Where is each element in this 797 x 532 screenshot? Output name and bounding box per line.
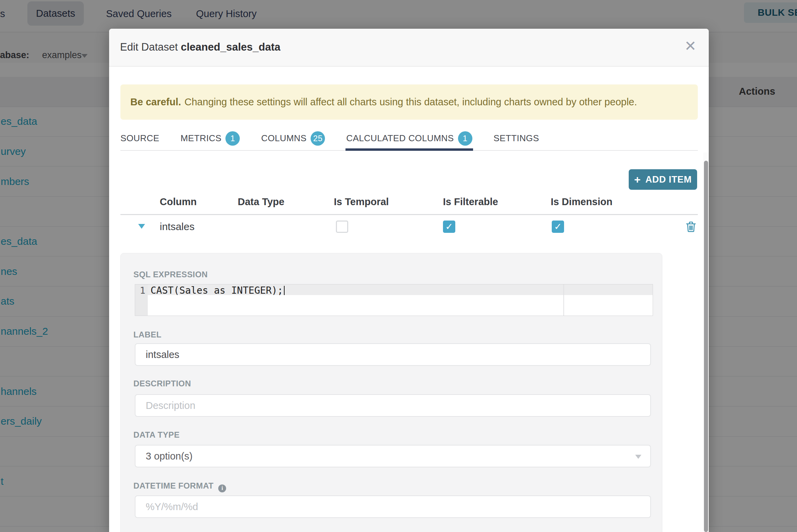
is-temporal-header: Is Temporal (334, 196, 389, 208)
is-dimension-header: Is Dimension (551, 196, 613, 208)
columns-count-badge: 25 (311, 131, 325, 146)
check-icon: ✓ (554, 221, 562, 232)
description-field-label: DESCRIPTION (133, 379, 191, 388)
label-input[interactable] (135, 343, 651, 366)
plus-icon: + (634, 174, 641, 185)
close-icon[interactable]: ✕ (684, 39, 696, 53)
check-icon: ✓ (445, 221, 453, 232)
delete-trash-icon[interactable] (685, 220, 697, 233)
editor-print-margin (563, 284, 564, 316)
warning-banner-lead: Be careful. (130, 96, 181, 108)
sql-expression-label: SQL EXPRESSION (133, 270, 208, 279)
tab-columns[interactable]: COLUMNS 25 (261, 127, 325, 150)
tab-source-label: SOURCE (120, 133, 159, 144)
sql-code-text: CAST(Sales as INTEGER); (151, 285, 283, 296)
datetime-format-label-text: DATETIME FORMAT (133, 481, 213, 490)
row-expand-caret-icon[interactable] (138, 224, 145, 229)
tab-settings[interactable]: SETTINGS (494, 127, 539, 150)
editor-gutter: 1 (135, 284, 148, 316)
add-item-button[interactable]: + ADD ITEM (629, 169, 697, 190)
calculated-columns-table: Column Data Type Is Temporal Is Filterab… (120, 193, 698, 253)
modal-header: Edit Dataset cleaned_sales_data ✕ (109, 29, 709, 67)
screen: es Datasets Saved Queries Query History … (0, 0, 797, 532)
data-type-select[interactable]: 3 option(s) (135, 445, 651, 467)
warning-banner-text: Changing these settings will affect all … (184, 96, 637, 108)
is-filterable-header: Is Filterable (443, 196, 498, 208)
tab-columns-label: COLUMNS (261, 133, 306, 144)
data-type-selected-value: 3 option(s) (146, 451, 193, 462)
sql-code-line: CAST(Sales as INTEGER); (151, 285, 285, 296)
description-input[interactable] (135, 394, 651, 417)
column-header: Column (160, 196, 197, 208)
modal-title-dataset-name: cleaned_sales_data (181, 41, 280, 53)
is-temporal-checkbox[interactable] (336, 221, 348, 233)
is-dimension-checkbox[interactable]: ✓ (552, 221, 564, 233)
tab-metrics-label: METRICS (181, 133, 222, 144)
metrics-count-badge: 1 (225, 131, 240, 146)
tab-calculated-columns-label: CALCULATED COLUMNS (346, 133, 454, 144)
text-cursor (284, 286, 285, 295)
label-field-label: LABEL (133, 330, 161, 340)
modal-tabs: SOURCE METRICS 1 COLUMNS 25 CALCULATED C… (120, 127, 698, 151)
datetime-format-field-label: DATETIME FORMATi (133, 481, 226, 492)
column-name-cell: intsales (160, 221, 195, 232)
modal-title: Edit Dataset cleaned_sales_data (120, 41, 280, 53)
modal-title-prefix: Edit Dataset (120, 41, 178, 53)
data-type-header: Data Type (238, 196, 284, 208)
tab-source[interactable]: SOURCE (120, 127, 159, 150)
add-item-label: ADD ITEM (645, 174, 692, 185)
is-filterable-checkbox[interactable]: ✓ (443, 221, 455, 233)
tab-settings-label: SETTINGS (494, 133, 539, 144)
calculated-columns-count-badge: 1 (458, 131, 472, 146)
data-type-field-label: DATA TYPE (133, 430, 180, 440)
edit-dataset-modal: Edit Dataset cleaned_sales_data ✕ Be car… (109, 29, 709, 532)
info-icon[interactable]: i (218, 484, 226, 492)
sql-expression-editor[interactable]: 1 CAST(Sales as INTEGER); (135, 284, 653, 316)
tab-metrics[interactable]: METRICS 1 (181, 127, 240, 150)
modal-scrollbar-track[interactable] (703, 152, 709, 532)
modal-scrollbar-thumb[interactable] (704, 161, 708, 532)
select-caret-down-icon (635, 455, 641, 459)
column-detail-panel: SQL EXPRESSION 1 CAST(Sales as INTEGER);… (120, 253, 662, 532)
datetime-format-input[interactable] (135, 495, 651, 518)
table-header-divider (120, 214, 698, 215)
warning-banner: Be careful. Changing these settings will… (120, 84, 698, 120)
tab-calculated-columns[interactable]: CALCULATED COLUMNS 1 (346, 127, 472, 150)
